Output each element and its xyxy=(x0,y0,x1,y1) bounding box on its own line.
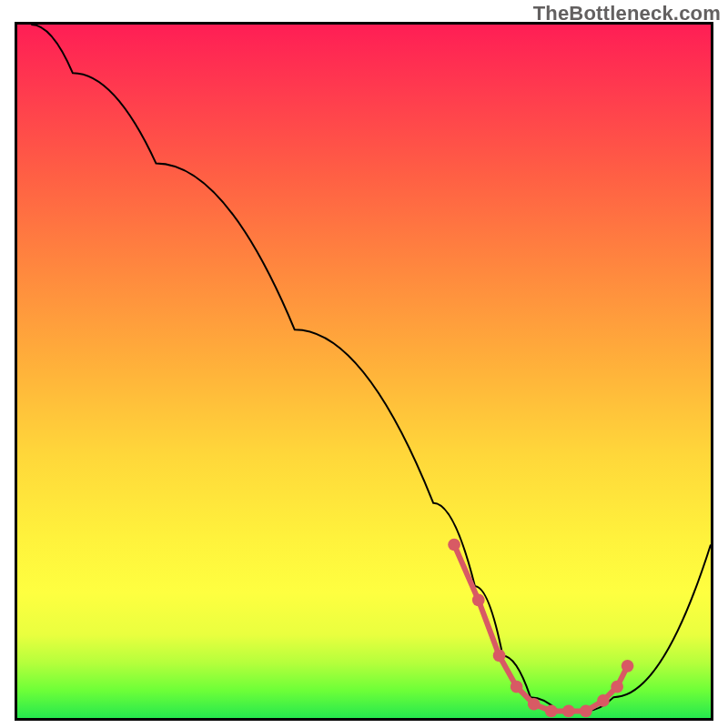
optimal-point xyxy=(611,681,623,693)
chart-container: TheBottleneck.com xyxy=(0,0,728,728)
optimal-point xyxy=(448,539,460,551)
curve-layer xyxy=(17,25,711,718)
optimal-point xyxy=(511,681,523,693)
optimal-point xyxy=(562,705,575,718)
optimal-point xyxy=(580,705,592,718)
optimal-point xyxy=(472,594,485,607)
optimal-point xyxy=(597,694,610,707)
optimal-point xyxy=(493,650,506,662)
plot-area xyxy=(15,22,713,721)
optimal-point xyxy=(545,705,558,718)
optimal-point xyxy=(622,660,634,672)
bottleneck-curve xyxy=(31,25,711,711)
optimal-range-line xyxy=(454,545,628,712)
optimal-range-markers xyxy=(448,539,633,718)
optimal-point xyxy=(528,698,541,711)
